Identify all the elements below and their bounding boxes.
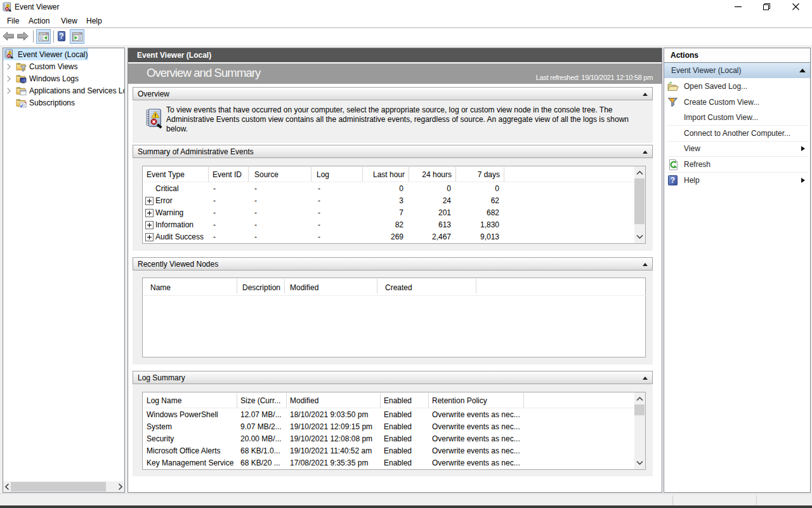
svg-text:?: ? <box>671 176 675 185</box>
svg-text:?: ? <box>59 32 63 41</box>
